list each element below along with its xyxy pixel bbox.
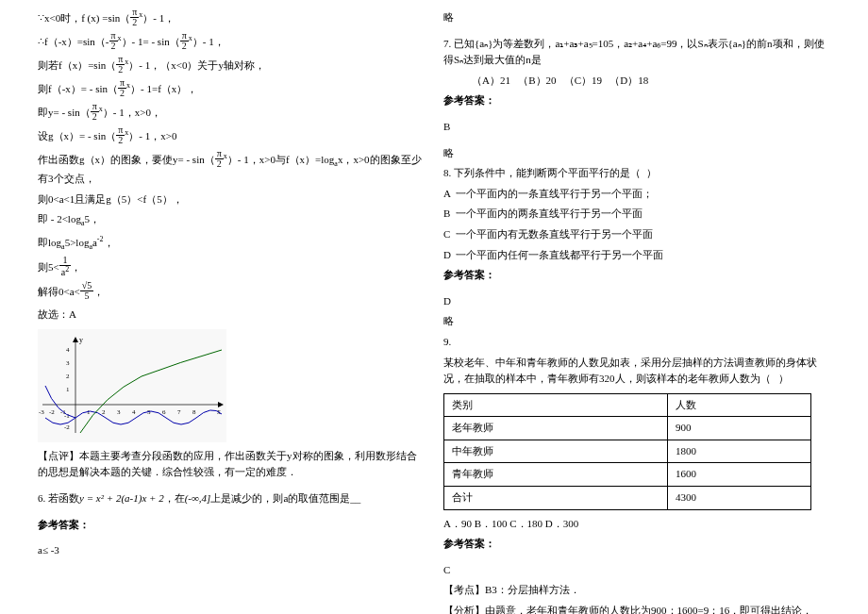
omitted-text: 略 xyxy=(443,313,830,330)
math-line: 则若f（x）=sin（π2x）- 1，（x<0）关于y轴对称， xyxy=(38,57,425,76)
svg-text:-3: -3 xyxy=(39,408,44,416)
table-row: 老年教师 900 xyxy=(444,417,811,440)
question-9-options: A．90 B．100 C．180 D．300 xyxy=(443,516,830,533)
reference-answer-label: 参考答案： xyxy=(443,536,830,553)
math-line: 即y= - sin（π2x）- 1，x>0， xyxy=(38,104,425,124)
svg-text:-2: -2 xyxy=(64,423,70,431)
answer-line: 故选：A xyxy=(38,307,425,324)
answer-value: D xyxy=(443,293,830,310)
table-header-row: 类别 人数 xyxy=(444,393,811,417)
math-line: 则5<1a2， xyxy=(38,257,425,279)
question-6: 6. 若函数y = x² + 2(a-1)x + 2，在(-∞,4]上是减少的，… xyxy=(38,490,425,507)
question-9-text: 某校老年、中年和青年教师的人数见如表，采用分层抽样的方法调查教师的身体状况，在抽… xyxy=(443,355,830,388)
comment-text: 【点评】本题主要考查分段函数的应用，作出函数关于y对称的图象，利用数形结合的思想… xyxy=(38,448,425,481)
col-category: 类别 xyxy=(444,393,668,417)
svg-text:4: 4 xyxy=(132,408,136,416)
svg-marker-2 xyxy=(73,337,78,342)
math-line: 解得0<a<√55， xyxy=(38,283,425,303)
svg-text:2: 2 xyxy=(66,373,70,380)
function-graph: y x 4 3 2 1 -1 -2 1 2 3 4 5 6 7 8 -1 -2 … xyxy=(38,329,226,442)
question-9-num: 9. xyxy=(443,334,830,351)
question-7-options: （A）21 （B）20 （C）19 （D）18 xyxy=(443,73,830,90)
svg-text:3: 3 xyxy=(66,359,70,367)
svg-text:7: 7 xyxy=(177,408,181,416)
svg-text:1: 1 xyxy=(87,408,91,416)
math-line: 作出函数g（x）的图象，要使y= - sin（π2x）- 1，x>0与f（x）=… xyxy=(38,151,425,188)
exam-point: 【考点】B3：分层抽样方法． xyxy=(443,582,830,599)
reference-answer-label: 参考答案： xyxy=(443,92,830,109)
svg-text:-2: -2 xyxy=(49,408,55,416)
question-8: 8. 下列条件中，能判断两个平面平行的是（ ） xyxy=(443,165,830,182)
reference-answer-label: 参考答案： xyxy=(38,517,425,534)
teacher-table: 类别 人数 老年教师 900 中年教师 1800 青年教师 1600 合计 43… xyxy=(443,393,811,510)
svg-text:8: 8 xyxy=(192,408,196,416)
question-7: 7. 已知{aₙ}为等差数列，a₁+a₃+a₅=105，a₂+a₄+a₆=99，… xyxy=(443,36,830,69)
svg-text:5: 5 xyxy=(147,408,151,416)
svg-text:4: 4 xyxy=(66,346,70,354)
math-line: 即loga5>logaa-2， xyxy=(38,234,425,254)
svg-text:1: 1 xyxy=(66,386,70,393)
reference-answer-label: 参考答案： xyxy=(443,267,830,284)
col-count: 人数 xyxy=(667,393,810,417)
omitted-text: 略 xyxy=(443,145,830,162)
svg-text:3: 3 xyxy=(117,408,121,416)
omitted-text: 略 xyxy=(443,9,830,26)
math-line: ∵x<0时，f (x) =sin（π2x）- 1， xyxy=(38,9,425,29)
option-d: D 一个平面内任何一条直线都平行于另一个平面 xyxy=(443,247,830,264)
math-line: 即 - 2<loga5， xyxy=(38,211,425,230)
math-line: 则0<a<1且满足g（5）<f（5）， xyxy=(38,191,425,208)
option-b: B 一个平面内的两条直线平行于另一个平面 xyxy=(443,206,830,223)
option-a: A 一个平面内的一条直线平行于另一个平面； xyxy=(443,186,830,203)
svg-text:y: y xyxy=(79,336,83,344)
answer-value: a≤ -3 xyxy=(38,542,425,559)
analysis-text: 【分析】由题意，老年和青年教师的人数比为900：1600=9：16，即可得出结论… xyxy=(443,603,830,614)
left-column: ∵x<0时，f (x) =sin（π2x）- 1， ∴f（-x）=sin（-π2… xyxy=(28,9,434,605)
math-line: 则f（-x）= - sin（π2x）- 1=f（x）， xyxy=(38,80,425,100)
table-row: 中年教师 1800 xyxy=(444,440,811,463)
right-column: 略 7. 已知{aₙ}为等差数列，a₁+a₃+a₅=105，a₂+a₄+a₆=9… xyxy=(434,9,840,605)
svg-text:2: 2 xyxy=(102,408,106,416)
answer-value: C xyxy=(443,562,830,579)
answer-value: B xyxy=(443,119,830,136)
option-c: C 一个平面内有无数条直线平行于另一个平面 xyxy=(443,226,830,243)
table-row: 青年教师 1600 xyxy=(444,463,811,487)
math-line: ∴f（-x）=sin（-π2x）- 1= - sin（π2x）- 1， xyxy=(38,33,425,53)
math-line: 设g（x）= - sin（π2x）- 1，x>0 xyxy=(38,127,425,147)
table-row: 合计 4300 xyxy=(444,487,811,510)
